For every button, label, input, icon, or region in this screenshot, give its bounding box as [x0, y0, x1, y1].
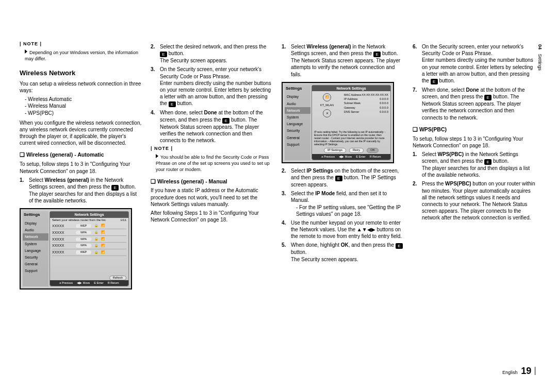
triangle-icon [25, 49, 27, 54]
signal-icon [101, 250, 105, 255]
footer-page-number: 19 [521, 366, 531, 376]
note-body: You should be able to find the Security … [156, 154, 273, 173]
ordered-list: 1. Select Wireless (general) in the Netw… [20, 177, 142, 204]
enter-icon: E [111, 185, 119, 191]
subheading-wpspbc: WPS(PBC) [413, 126, 535, 133]
enter-icon: E [335, 176, 342, 181]
page-content: | NOTE | Depending on your Windows versi… [20, 41, 535, 294]
method-item: WPS(PBC) [25, 110, 142, 116]
lock-icon [94, 230, 98, 235]
inset-main: Network Settings Select your wireless ro… [50, 211, 129, 286]
globe-icon: ✕ [323, 109, 331, 117]
enter-icon: E [373, 52, 381, 57]
enter-icon: E [160, 52, 167, 57]
signal-icon [101, 223, 105, 228]
side-tab: 04 Settings [537, 44, 543, 71]
subheading-manual: Wireless (general) - Manual [151, 178, 273, 185]
settings-inset-networks: Settings Display Audio Network System La… [20, 208, 132, 289]
method-item: Wireless Automatic [25, 96, 142, 103]
step-body: Select Wireless (general) in the Network… [29, 177, 142, 204]
warning-text: When you configure the wireless network … [20, 120, 142, 147]
enter-icon: E [222, 118, 230, 124]
chapter-title: Settings [537, 54, 543, 71]
intro-text: You can setup a wireless network connect… [20, 80, 142, 94]
triangle-icon [156, 154, 158, 158]
enter-icon: E [484, 95, 492, 100]
method-item: Wireless Manual [25, 103, 142, 109]
note-label: | NOTE | [151, 146, 273, 152]
lock-icon [94, 243, 98, 248]
page-footer: English 19 [502, 366, 535, 377]
chapter-number: 04 [537, 44, 543, 49]
column-1: | NOTE | Depending on your Windows versi… [20, 41, 142, 294]
refresh-button: Refresh [109, 276, 126, 280]
signal-icon [101, 243, 105, 248]
inset-sidebar: Settings Display Audio Network System La… [23, 211, 48, 286]
lock-icon [94, 223, 98, 228]
subheading-automatic: Wireless (general) - Automatic [20, 151, 142, 159]
note-body: Depending on your Windows version, the i… [25, 49, 142, 62]
signal-icon [101, 230, 105, 235]
section-title-wireless-network: Wireless Network [20, 69, 142, 77]
sub-intro: To setup, follow steps 1 to 3 in "Config… [20, 161, 142, 174]
arrow-icons: ▲▼◀▶ [357, 227, 375, 232]
enter-icon: E [169, 101, 176, 107]
device-icon: 📶 [323, 93, 331, 101]
lock-icon [94, 250, 98, 255]
note-label: | NOTE | [20, 41, 142, 47]
settings-inset-status: Settings Display Audio Network System La… [282, 82, 394, 163]
methods-list: Wireless Automatic Wireless Manual WPS(P… [25, 96, 142, 116]
column-3: 1. Select Wireless (general) in the Netw… [282, 41, 404, 294]
step-number: 1. [20, 177, 29, 204]
column-4: 6. On the Security screen, enter your ne… [413, 41, 535, 294]
footer-divider [535, 367, 535, 375]
lock-icon [94, 236, 98, 242]
enter-icon: E [396, 243, 403, 249]
footer-language: English [502, 370, 518, 375]
signal-icon [101, 236, 105, 242]
enter-icon: E [484, 159, 492, 165]
enter-icon: E [431, 79, 438, 84]
column-2: 2. Select the desired network, and then … [151, 41, 273, 294]
